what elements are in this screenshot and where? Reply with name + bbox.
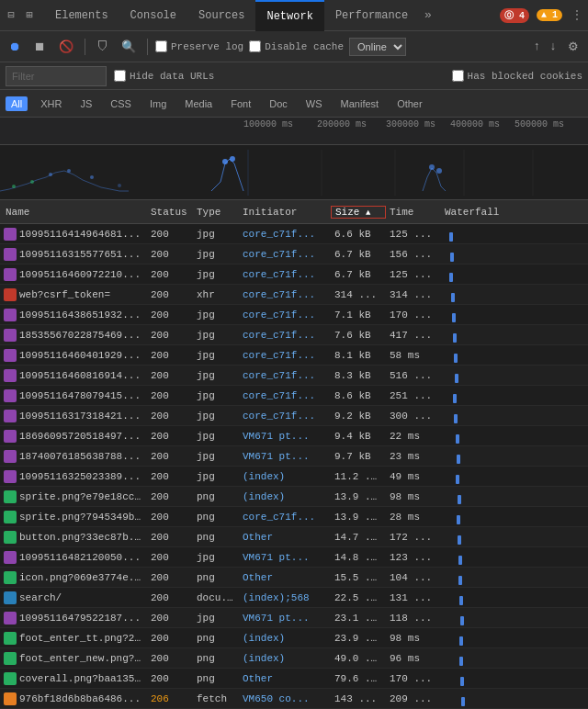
divider-2 <box>147 39 148 55</box>
row-initiator[interactable]: Other <box>239 673 331 684</box>
row-initiator[interactable]: VM650 co... <box>239 693 331 704</box>
row-size: 14.7 ... <box>331 532 386 543</box>
col-header-status[interactable]: Status <box>147 207 193 218</box>
table-row[interactable]: foot_enter_new.png?... 200 png (index) 4… <box>0 648 588 669</box>
row-initiator[interactable]: core_c71f... <box>239 289 331 300</box>
preserve-log-checkbox[interactable] <box>155 40 167 52</box>
blocked-cookies-label[interactable]: Has blocked cookies <box>452 70 582 82</box>
disable-cache-label[interactable]: Disable cache <box>249 40 344 52</box>
row-initiator[interactable]: core_c71f... <box>239 390 331 401</box>
row-initiator[interactable]: core_c71f... <box>239 350 331 361</box>
hide-data-urls-checkbox[interactable] <box>114 70 126 82</box>
row-initiator[interactable]: Other <box>239 572 331 583</box>
col-header-size[interactable]: Size ▲ <box>331 206 386 219</box>
row-initiator[interactable]: core_c71f... <box>239 411 331 422</box>
search-button[interactable]: 🔍 <box>118 38 140 55</box>
filter-ws[interactable]: WS <box>300 96 328 111</box>
row-initiator[interactable]: core_c71f... <box>239 512 331 523</box>
col-header-waterfall[interactable]: Waterfall <box>441 207 588 218</box>
table-row[interactable]: 10995116414964681... 200 jpg core_c71f..… <box>0 224 588 244</box>
table-row[interactable]: 10995116438651932... 200 jpg core_c71f..… <box>0 305 588 325</box>
col-header-type[interactable]: Type <box>193 207 239 218</box>
table-row[interactable]: 10995116460816914... 200 jpg core_c71f..… <box>0 366 588 386</box>
row-initiator[interactable]: VM671 pt... <box>239 613 331 624</box>
filter-img[interactable]: Img <box>144 96 172 111</box>
table-row[interactable]: coverall.png?baa135... 200 png Other 79.… <box>0 669 588 689</box>
row-initiator[interactable]: (index) <box>239 653 331 664</box>
table-row[interactable]: 18696095720518497... 200 jpg VM671 pt...… <box>0 426 588 446</box>
waterfall-bar <box>459 596 463 605</box>
record-button[interactable]: ⏺ <box>6 38 25 55</box>
blocked-cookies-checkbox[interactable] <box>452 70 464 82</box>
table-row[interactable]: icon.png?069e3774e... 200 png Other 15.5… <box>0 568 588 588</box>
table-row[interactable]: 10995116317318421... 200 jpg core_c71f..… <box>0 406 588 426</box>
row-initiator[interactable]: Other <box>239 532 331 543</box>
dock-icon-2[interactable]: ⊞ <box>22 8 37 23</box>
row-type: png <box>193 512 239 523</box>
throttle-select[interactable]: Online <box>349 38 406 56</box>
more-options-icon[interactable]: ⋮ <box>570 8 584 23</box>
col-header-name[interactable]: Name <box>0 207 147 218</box>
row-initiator[interactable]: core_c71f... <box>239 249 331 260</box>
tab-network[interactable]: Network <box>255 0 323 31</box>
tab-performance[interactable]: Performance <box>324 0 419 31</box>
row-initiator[interactable]: core_c71f... <box>239 309 331 321</box>
table-row[interactable]: 10995116325023389... 200 jpg (index) 11.… <box>0 467 588 487</box>
table-row[interactable]: 10995116482120050... 200 jpg VM671 pt...… <box>0 547 588 568</box>
disable-cache-checkbox[interactable] <box>249 40 261 52</box>
table-row[interactable]: 976bf18d6b8ba6486... 206 fetch VM650 co.… <box>0 689 588 709</box>
row-initiator[interactable]: core_c71f... <box>239 229 331 240</box>
settings-button[interactable]: ⚙ <box>564 38 582 55</box>
table-row[interactable]: 10995116460401929... 200 jpg core_c71f..… <box>0 345 588 366</box>
row-initiator[interactable]: (index) <box>239 491 331 502</box>
col-header-initiator[interactable]: Initiator <box>239 207 331 218</box>
tab-more[interactable]: » <box>419 8 437 22</box>
table-row[interactable]: web?csrf_token= 200 xhr core_c71f... 314… <box>0 285 588 305</box>
filter-all[interactable]: All <box>6 96 28 111</box>
row-initiator[interactable]: (index) <box>239 633 331 644</box>
filter-button[interactable]: ⛉ <box>93 38 112 55</box>
filter-input[interactable] <box>6 66 107 86</box>
tab-elements[interactable]: Elements <box>44 0 119 31</box>
table-row[interactable]: 10995116460972210... 200 jpg core_c71f..… <box>0 264 588 285</box>
tab-console[interactable]: Console <box>119 0 187 31</box>
tab-sources[interactable]: Sources <box>187 0 255 31</box>
table-row[interactable]: sprite.png?e79e18cc1... 200 png (index) … <box>0 487 588 507</box>
waterfall-bar <box>459 657 463 666</box>
filter-css[interactable]: CSS <box>105 96 137 111</box>
table-row[interactable]: 18535567022875469... 200 jpg core_c71f..… <box>0 325 588 345</box>
clear-button[interactable]: 🚫 <box>55 38 77 55</box>
filter-other[interactable]: Other <box>391 96 428 111</box>
filter-media[interactable]: Media <box>179 96 218 111</box>
stop-button[interactable]: ⏹ <box>30 38 50 55</box>
preserve-log-label[interactable]: Preserve log <box>155 40 243 52</box>
table-row[interactable]: 10995116478079415... 200 jpg core_c71f..… <box>0 386 588 406</box>
file-type-icon <box>4 612 17 625</box>
filter-font[interactable]: Font <box>225 96 256 111</box>
filter-xhr[interactable]: XHR <box>35 96 67 111</box>
dock-icon[interactable]: ⊟ <box>4 8 18 23</box>
filter-js[interactable]: JS <box>74 96 97 111</box>
row-initiator[interactable]: core_c71f... <box>239 269 331 280</box>
row-initiator[interactable]: (index);568 <box>239 592 331 603</box>
row-initiator[interactable]: core_c71f... <box>239 370 331 381</box>
filter-doc[interactable]: Doc <box>264 96 293 111</box>
table-row[interactable]: 10995116479522187... 200 jpg VM671 pt...… <box>0 608 588 628</box>
filter-manifest[interactable]: Manifest <box>335 96 385 111</box>
row-size: 14.8 ... <box>331 552 386 563</box>
col-header-time[interactable]: Time <box>386 207 441 218</box>
row-initiator[interactable]: VM671 pt... <box>239 552 331 563</box>
table-row[interactable]: sprite.png?7945349b... 200 png core_c71f… <box>0 507 588 527</box>
table-row[interactable]: search/ 200 docu... (index);568 22.5 ...… <box>0 588 588 608</box>
row-initiator[interactable]: (index) <box>239 471 331 482</box>
row-initiator[interactable]: core_c71f... <box>239 330 331 341</box>
timeline-label-3: 300000 ms <box>386 119 435 129</box>
hide-data-urls-label[interactable]: Hide data URLs <box>114 70 214 82</box>
file-type-icon <box>4 652 17 665</box>
table-row[interactable]: 18740076185638788... 200 jpg VM671 pt...… <box>0 446 588 467</box>
table-row[interactable]: button.png?33ec87b... 200 png Other 14.7… <box>0 527 588 547</box>
row-initiator[interactable]: VM671 pt... <box>239 451 331 462</box>
table-row[interactable]: foot_enter_tt.png?20... 200 png (index) … <box>0 628 588 648</box>
table-row[interactable]: 10995116315577651... 200 jpg core_c71f..… <box>0 244 588 264</box>
row-initiator[interactable]: VM671 pt... <box>239 431 331 442</box>
